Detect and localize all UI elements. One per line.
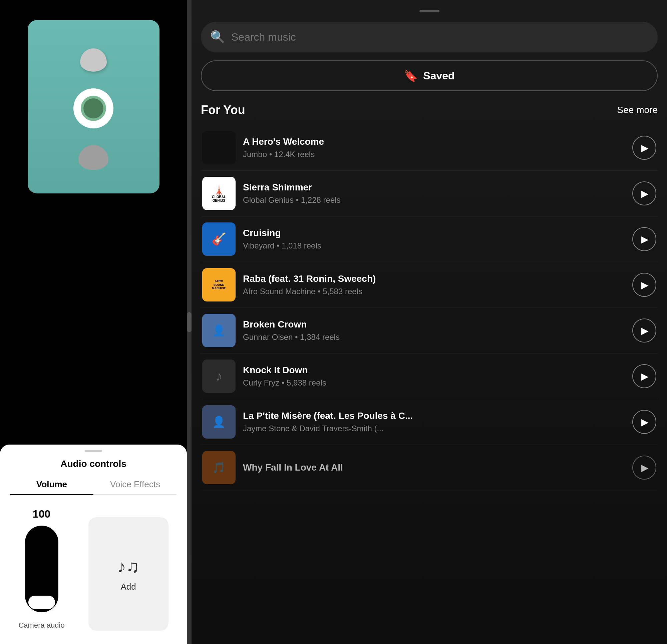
right-panel: 🔍 🔖 Saved For You See more A Hero's Welc… <box>192 0 667 644</box>
track-info: Why Fall In Love At All <box>243 462 625 473</box>
play-icon: ▶ <box>641 371 649 382</box>
play-button[interactable]: ▶ <box>632 273 656 297</box>
see-more-button[interactable]: See more <box>617 105 658 115</box>
track-title: Broken Crown <box>243 319 625 330</box>
decorative-stone-top <box>80 48 107 72</box>
track-meta: Jayme Stone & David Travers-Smith (... <box>243 424 625 433</box>
list-item[interactable]: ♪ Knock It Down Curly Fryz • 5,938 reels… <box>201 353 658 399</box>
track-title: Knock It Down <box>243 365 625 376</box>
play-button[interactable]: ▶ <box>632 227 656 251</box>
list-item[interactable]: 🎸 Cruising Vibeyard • 1,018 reels ▶ <box>201 216 658 262</box>
top-drag-handle[interactable] <box>419 10 439 12</box>
tab-volume[interactable]: Volume <box>10 479 94 494</box>
track-thumbnail: ♪ <box>202 360 235 393</box>
play-icon: ▶ <box>641 188 649 199</box>
track-thumbnail: 👤 <box>202 405 235 439</box>
volume-channel-label: Camera audio <box>18 621 64 630</box>
list-item[interactable]: 👤 Broken Crown Gunnar Olsen • 1,384 reel… <box>201 308 658 353</box>
track-title: La P'tite Misère (feat. Les Poules à C..… <box>243 411 625 421</box>
tab-voice-effects[interactable]: Voice Effects <box>94 479 177 494</box>
track-title: Why Fall In Love At All <box>243 462 625 473</box>
track-info: Broken Crown Gunnar Olsen • 1,384 reels <box>243 319 625 342</box>
track-info: A Hero's Welcome Jumbo • 12.4K reels <box>243 136 625 159</box>
track-info: Sierra Shimmer Global Genius • 1,228 ree… <box>243 182 625 205</box>
drag-handle[interactable] <box>85 450 102 452</box>
track-title: Raba (feat. 31 Ronin, Sweech) <box>243 274 625 284</box>
play-button[interactable]: ▶ <box>632 410 656 434</box>
list-item[interactable]: A Hero's Welcome Jumbo • 12.4K reels ▶ <box>201 125 658 171</box>
volume-slider-thumb[interactable] <box>28 596 55 609</box>
audio-controls-title: Audio controls <box>0 459 187 469</box>
track-meta: Afro Sound Machine • 5,583 reels <box>243 287 625 296</box>
track-info: Knock It Down Curly Fryz • 5,938 reels <box>243 365 625 387</box>
track-info: Cruising Vibeyard • 1,018 reels <box>243 228 625 250</box>
for-you-title: For You <box>201 103 245 117</box>
track-meta: Jumbo • 12.4K reels <box>243 150 625 159</box>
play-button[interactable]: ▶ <box>632 181 656 205</box>
play-icon: ▶ <box>641 143 649 153</box>
music-list: A Hero's Welcome Jumbo • 12.4K reels ▶ 🗼… <box>201 125 658 491</box>
list-item[interactable]: 👤 La P'tite Misère (feat. Les Poules à C… <box>201 399 658 445</box>
track-thumbnail: 👤 <box>202 314 235 347</box>
search-icon: 🔍 <box>210 30 225 44</box>
track-meta: Global Genius • 1,228 reels <box>243 195 625 205</box>
divider-knob <box>187 312 192 332</box>
track-meta: Vibeyard • 1,018 reels <box>243 241 625 250</box>
volume-section: 100 Camera audio ♪♫ Add <box>0 508 187 631</box>
track-info: Raba (feat. 31 Ronin, Sweech) Afro Sound… <box>243 274 625 296</box>
right-panel-inner: 🔍 🔖 Saved For You See more A Hero's Welc… <box>201 10 658 644</box>
left-panel: Audio controls Volume Voice Effects 100 … <box>0 0 187 644</box>
play-button[interactable]: ▶ <box>632 364 656 388</box>
list-item[interactable]: AFROSOUNDMACHINE Raba (feat. 31 Ronin, S… <box>201 262 658 308</box>
search-bar[interactable]: 🔍 <box>201 22 658 52</box>
track-meta: Gunnar Olsen • 1,384 reels <box>243 332 625 342</box>
list-item[interactable]: 🗼 GLOBALGENIUS Sierra Shimmer Global Gen… <box>201 171 658 216</box>
search-input[interactable] <box>231 31 648 43</box>
decorative-plant-bowl <box>74 88 113 128</box>
add-music-label: Add <box>120 582 136 592</box>
tab-bar: Volume Voice Effects <box>10 479 177 495</box>
audio-controls-sheet: Audio controls Volume Voice Effects 100 … <box>0 445 187 644</box>
play-icon: ▶ <box>641 280 649 291</box>
track-thumbnail: AFROSOUNDMACHINE <box>202 268 235 301</box>
track-info: La P'tite Misère (feat. Les Poules à C..… <box>243 411 625 433</box>
decorative-stone-bottom <box>34 145 153 172</box>
saved-button[interactable]: 🔖 Saved <box>201 60 658 91</box>
for-you-section-header: For You See more <box>201 103 658 117</box>
decorative-plant-center <box>83 98 103 118</box>
play-icon: ▶ <box>641 462 649 473</box>
track-title: Cruising <box>243 228 625 238</box>
play-button[interactable]: ▶ <box>632 136 656 160</box>
volume-value: 100 <box>33 508 50 520</box>
play-icon: ▶ <box>641 416 649 428</box>
panel-divider <box>187 0 192 644</box>
camera-preview <box>28 20 160 194</box>
volume-slider[interactable] <box>25 526 59 612</box>
track-thumbnail <box>202 131 235 164</box>
play-icon: ▶ <box>641 234 649 245</box>
add-music-card[interactable]: ♪♫ Add <box>88 517 168 631</box>
decorative-stone-grey <box>78 145 109 170</box>
music-note-icon: ♪ <box>215 368 223 384</box>
play-button[interactable]: ▶ <box>632 456 656 480</box>
track-thumbnail: 🎵 <box>202 451 235 484</box>
track-title: Sierra Shimmer <box>243 182 625 193</box>
camera-audio-channel: 100 Camera audio <box>18 508 64 630</box>
play-icon: ▶ <box>641 325 649 336</box>
track-thumbnail: 🎸 <box>202 222 235 256</box>
track-meta: Curly Fryz • 5,938 reels <box>243 378 625 387</box>
track-title: A Hero's Welcome <box>243 136 625 147</box>
bookmark-icon: 🔖 <box>404 69 418 82</box>
music-note-icon: ♪♫ <box>117 556 139 576</box>
list-item[interactable]: 🎵 Why Fall In Love At All ▶ <box>201 445 658 491</box>
saved-label: Saved <box>423 70 454 82</box>
track-thumbnail: 🗼 GLOBALGENIUS <box>202 177 235 210</box>
play-button[interactable]: ▶ <box>632 318 656 343</box>
